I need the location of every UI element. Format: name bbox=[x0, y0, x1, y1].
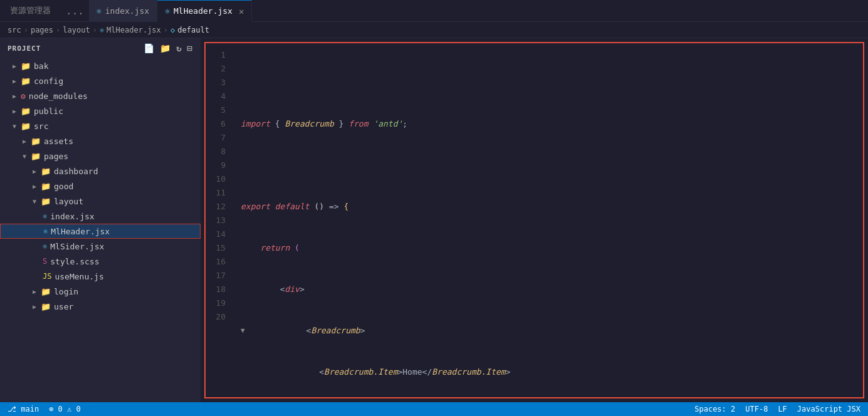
sidebar-item-good[interactable]: ▶ 📁 good bbox=[0, 179, 201, 194]
sidebar: PROJECT 📄 📁 ↻ ⊟ ▶ 📁 bak ▶ 📁 config ▶ ⚙ n… bbox=[0, 38, 201, 402]
sidebar-label-usemenu-js: useMenu.js bbox=[55, 272, 103, 281]
react-file-icon-mlsider: ⚛ bbox=[43, 242, 47, 251]
arrow-icon: ▶ bbox=[13, 63, 16, 70]
code-editor[interactable]: 1 2 3 4 5 6 7 8 9 10 11 12 13 14 15 16 1… bbox=[204, 42, 864, 398]
breadcrumb-src[interactable]: src bbox=[8, 26, 21, 34]
breadcrumb-sep-1: › bbox=[24, 26, 28, 34]
sidebar-actions: 📄 📁 ↻ ⊟ bbox=[144, 43, 193, 53]
sidebar-label-src: src bbox=[34, 122, 48, 131]
new-folder-icon[interactable]: 📁 bbox=[160, 43, 171, 53]
status-line-ending[interactable]: LF bbox=[778, 405, 787, 413]
sidebar-label-mlheader-jsx: MlHeader.jsx bbox=[51, 227, 110, 236]
ln-18: 18 bbox=[213, 283, 226, 296]
kw-default: default bbox=[275, 200, 310, 214]
sidebar-label-mlsider-jsx: MlSider.jsx bbox=[50, 242, 104, 251]
tag-div-open: div bbox=[285, 283, 299, 296]
tab-bar-more[interactable]: ... bbox=[61, 5, 89, 17]
status-spaces[interactable]: Spaces: 2 bbox=[694, 405, 735, 413]
breadcrumb-bar: src › pages › layout › ⚛ MlHeader.jsx › … bbox=[0, 22, 868, 38]
arrow-icon: ▶ bbox=[13, 78, 16, 85]
folder-icon-good: 📁 bbox=[41, 182, 51, 191]
sidebar-item-dashboard[interactable]: ▶ 📁 dashboard bbox=[0, 164, 201, 179]
status-bar: ⎇ main ⊗ 0 ⚠ 0 Spaces: 2 UTF-8 LF JavaSc… bbox=[0, 402, 868, 416]
status-encoding[interactable]: UTF-8 bbox=[745, 405, 768, 413]
sidebar-label-assets: assets bbox=[44, 137, 73, 146]
ln-5: 5 bbox=[213, 103, 226, 117]
ln-3: 3 bbox=[213, 76, 226, 90]
component-bi-home-close: Breadcrumb.Item bbox=[432, 365, 505, 379]
ln-9: 9 bbox=[213, 159, 226, 172]
sidebar-item-index-jsx[interactable]: ⚛ index.jsx bbox=[0, 209, 201, 224]
ln-4: 4 bbox=[213, 90, 226, 103]
sidebar-item-usemenu-js[interactable]: JS useMenu.js bbox=[0, 269, 201, 284]
status-language[interactable]: JavaScript JSX bbox=[797, 405, 860, 413]
status-errors: ⊗ 0 ⚠ 0 bbox=[49, 405, 81, 413]
sidebar-item-node-modules[interactable]: ▶ ⚙ node_modules bbox=[0, 88, 201, 103]
breadcrumb-filename[interactable]: MlHeader.jsx bbox=[107, 26, 161, 34]
ln-10: 10 bbox=[213, 172, 226, 186]
sidebar-item-mlheader-jsx[interactable]: ⚛ MlHeader.jsx bbox=[0, 224, 201, 239]
sidebar-label-bak: bak bbox=[34, 61, 48, 71]
new-file-icon[interactable]: 📄 bbox=[144, 43, 155, 53]
sidebar-item-bak[interactable]: ▶ 📁 bak bbox=[0, 58, 201, 73]
collapse-icon[interactable]: ⊟ bbox=[187, 43, 193, 53]
status-branch[interactable]: ⎇ main bbox=[8, 405, 39, 413]
ln-6: 6 bbox=[213, 117, 226, 131]
sidebar-header: PROJECT 📄 📁 ↻ ⊟ bbox=[0, 38, 201, 58]
breadcrumb-pages[interactable]: pages bbox=[31, 26, 53, 34]
arrow-icon: ▶ bbox=[33, 303, 36, 310]
react-file-icon-index: ⚛ bbox=[43, 212, 47, 221]
sidebar-item-login[interactable]: ▶ 📁 login bbox=[0, 284, 201, 299]
code-line-6: < div > bbox=[241, 283, 863, 296]
arrow-icon: ▶ bbox=[33, 183, 36, 190]
breadcrumb-sep-3: › bbox=[93, 26, 97, 34]
sidebar-item-public[interactable]: ▶ 📁 public bbox=[0, 103, 201, 118]
sidebar-item-pages[interactable]: ▼ 📁 pages bbox=[0, 148, 201, 164]
sidebar-label-dashboard: dashboard bbox=[54, 167, 98, 176]
arrow-icon: ▶ bbox=[33, 288, 36, 295]
tab-mlheader-jsx[interactable]: ⚛ MlHeader.jsx ✕ bbox=[157, 0, 252, 22]
kw-export: export bbox=[241, 200, 270, 214]
fold-arrow[interactable]: ▼ bbox=[241, 324, 245, 338]
js-file-icon: JS bbox=[43, 272, 51, 281]
breadcrumb-symbol-icon: ◇ bbox=[170, 26, 175, 34]
folder-icon-assets: 📁 bbox=[31, 137, 41, 146]
ln-15: 15 bbox=[213, 241, 226, 255]
folder-icon-bak: 📁 bbox=[21, 61, 31, 71]
arrow-icon-pages: ▼ bbox=[23, 153, 26, 160]
tab-close-button[interactable]: ✕ bbox=[239, 6, 244, 16]
folder-icon-login: 📁 bbox=[41, 287, 51, 296]
import-breadcrumb: Breadcrumb bbox=[285, 117, 333, 131]
sidebar-label-config: config bbox=[34, 76, 63, 86]
refresh-icon[interactable]: ↻ bbox=[176, 43, 182, 53]
folder-icon-pages: 📁 bbox=[31, 152, 41, 161]
sidebar-label-index-jsx: index.jsx bbox=[50, 212, 94, 221]
tab-index-jsx[interactable]: ⚛ index.jsx bbox=[89, 0, 157, 22]
editor-area: 1 2 3 4 5 6 7 8 9 10 11 12 13 14 15 16 1… bbox=[201, 38, 868, 402]
breadcrumb-file-icon: ⚛ bbox=[100, 26, 104, 34]
code-line-4: export default () => { bbox=[241, 200, 863, 214]
sidebar-item-style-scss[interactable]: S style.scss bbox=[0, 254, 201, 269]
sidebar-label-layout: layout bbox=[54, 197, 83, 206]
sidebar-label-public: public bbox=[34, 107, 63, 116]
sidebar-item-src[interactable]: ▼ 📁 src bbox=[0, 118, 201, 133]
explorer-title: 资源管理器 bbox=[0, 5, 61, 16]
sidebar-label-user: user bbox=[54, 302, 73, 311]
sidebar-item-config[interactable]: ▶ 📁 config bbox=[0, 73, 201, 88]
arrow-icon: ▶ bbox=[23, 138, 26, 145]
code-line-1 bbox=[241, 76, 863, 90]
code-line-8: < Breadcrumb.Item > Home </ Breadcrumb.I… bbox=[241, 365, 863, 379]
folder-icon-dashboard: 📁 bbox=[41, 167, 51, 176]
arrow-icon-src: ▼ bbox=[13, 123, 16, 130]
sidebar-item-assets[interactable]: ▶ 📁 assets bbox=[0, 133, 201, 148]
sidebar-item-layout[interactable]: ▼ 📁 layout bbox=[0, 194, 201, 209]
tab-bar: 资源管理器 ... ⚛ index.jsx ⚛ MlHeader.jsx ✕ bbox=[0, 0, 868, 22]
sidebar-item-mlsider-jsx[interactable]: ⚛ MlSider.jsx bbox=[0, 239, 201, 254]
main-content: PROJECT 📄 📁 ↻ ⊟ ▶ 📁 bak ▶ 📁 config ▶ ⚙ n… bbox=[0, 38, 868, 402]
sidebar-item-user[interactable]: ▶ 📁 user bbox=[0, 299, 201, 314]
code-content[interactable]: import { Breadcrumb } from 'antd' ; expo… bbox=[231, 43, 863, 397]
breadcrumb-layout[interactable]: layout bbox=[63, 26, 90, 34]
code-line-5: return ( bbox=[241, 241, 863, 255]
sidebar-label-style-scss: style.scss bbox=[50, 257, 99, 266]
line-numbers: 1 2 3 4 5 6 7 8 9 10 11 12 13 14 15 16 1… bbox=[206, 43, 231, 397]
